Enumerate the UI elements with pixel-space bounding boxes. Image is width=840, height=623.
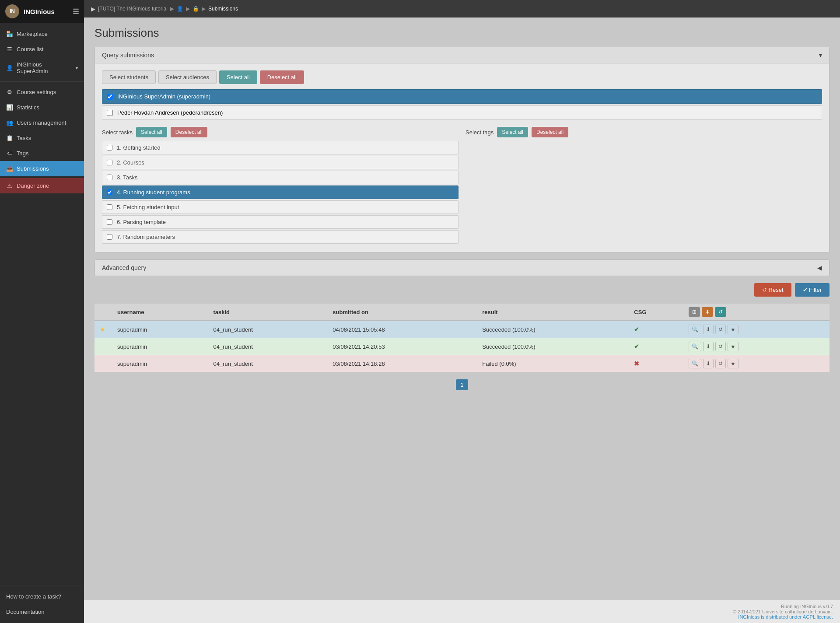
- row2-actions: 🔍 ⬇ ↺ ★: [683, 338, 830, 355]
- tags-icon: 🏷: [6, 150, 13, 157]
- row2-search-btn[interactable]: 🔍: [689, 342, 701, 351]
- sidebar-item-tasks[interactable]: 📋 Tasks: [0, 130, 84, 146]
- tab-select-audiences[interactable]: Select audiences: [158, 70, 217, 84]
- row2-username: superadmin: [112, 338, 208, 355]
- filter-button[interactable]: ✔ Filter: [795, 283, 830, 297]
- row3-download-btn[interactable]: ⬇: [703, 359, 714, 368]
- tab-select-students[interactable]: Select students: [102, 70, 156, 84]
- tasks-select-all-btn[interactable]: Select all: [136, 127, 167, 137]
- th-submitted-on: submitted on: [327, 304, 477, 321]
- breadcrumb-tutorial[interactable]: [TUTO] The INGInious tutorial: [98, 6, 168, 12]
- row2-refresh-btn[interactable]: ↺: [715, 342, 726, 351]
- row1-icon-group: 🔍 ⬇ ↺ ★: [689, 325, 824, 334]
- row2-download-btn[interactable]: ⬇: [703, 342, 714, 351]
- row1-submitted: 04/08/2021 15:05:48: [327, 321, 477, 338]
- tasks-deselect-all-btn[interactable]: Deselect all: [171, 127, 207, 137]
- task-checkbox-6[interactable]: [107, 219, 112, 225]
- query-submissions-header[interactable]: Query submissions ▾: [95, 47, 829, 63]
- sidebar-item-how-to-create[interactable]: How to create a task?: [0, 589, 84, 604]
- student-label-peder: Peder Hovdan Andresen (pederandresen): [117, 109, 223, 116]
- row3-refresh-btn[interactable]: ↺: [715, 359, 726, 368]
- task-checkbox-1[interactable]: [107, 145, 112, 150]
- student-row-superadmin[interactable]: INGInious SuperAdmin (superadmin): [102, 89, 822, 104]
- task-label-4: 4. Running student programs: [117, 189, 190, 196]
- breadcrumb-lock-icon[interactable]: 🔒: [192, 6, 199, 12]
- task-checkbox-5[interactable]: [107, 204, 112, 210]
- documentation-label: Documentation: [6, 609, 44, 615]
- task-checkbox-3[interactable]: [107, 175, 112, 180]
- task-label-2: 2. Courses: [117, 159, 144, 166]
- task-checkbox-2[interactable]: [107, 160, 112, 165]
- row3-star: [94, 355, 112, 372]
- row1-search-btn[interactable]: 🔍: [689, 325, 701, 334]
- row3-csg: ✖: [629, 355, 683, 372]
- sidebar-item-danger-zone[interactable]: ⚠ Danger zone: [0, 178, 84, 193]
- sidebar-item-submissions[interactable]: 📤 Submissions: [0, 161, 84, 176]
- sidebar-nav: 🏪 Marketplace ☰ Course list 👤 INGInious …: [0, 23, 84, 197]
- reset-button[interactable]: ↺ Reset: [754, 283, 791, 297]
- sidebar-header: IN INGInious ☰: [0, 0, 84, 23]
- row1-download-btn[interactable]: ⬇: [703, 325, 714, 334]
- header-grid-btn[interactable]: ⊞: [689, 307, 700, 317]
- row3-star-btn[interactable]: ★: [728, 359, 738, 368]
- row2-star: [94, 338, 112, 355]
- sidebar-item-course-settings[interactable]: ⚙ Course settings: [0, 84, 84, 100]
- footer-version: Running INGInious v.0.7: [91, 604, 833, 609]
- page-title: Submissions: [94, 26, 830, 40]
- task-checkbox-7[interactable]: [107, 234, 112, 240]
- task-label-6: 6. Parsing template: [117, 219, 166, 225]
- tags-deselect-all-btn[interactable]: Deselect all: [532, 127, 568, 137]
- task-label-3: 3. Tasks: [117, 174, 137, 181]
- page-1-btn[interactable]: 1: [456, 379, 468, 390]
- sidebar-item-documentation[interactable]: Documentation: [0, 604, 84, 620]
- row2-star-btn[interactable]: ★: [728, 342, 738, 351]
- student-checkbox-superadmin[interactable]: [107, 94, 113, 100]
- task-row-3[interactable]: 3. Tasks: [102, 171, 458, 184]
- collapse-icon: ▾: [819, 52, 822, 59]
- header-download-btn[interactable]: ⬇: [702, 307, 713, 317]
- student-checkbox-peder[interactable]: [107, 110, 113, 116]
- sidebar-item-marketplace[interactable]: 🏪 Marketplace: [0, 26, 84, 42]
- row1-taskid: 04_run_student: [208, 321, 327, 338]
- task-row-5[interactable]: 5. Fetching student input: [102, 200, 458, 214]
- sidebar-label-tasks: Tasks: [17, 135, 31, 141]
- sidebar-item-users-management[interactable]: 👥 Users management: [0, 115, 84, 130]
- tags-select-all-btn[interactable]: Select all: [497, 127, 528, 137]
- task-row-4[interactable]: 4. Running student programs: [102, 186, 458, 199]
- sidebar-item-statistics[interactable]: 📊 Statistics: [0, 100, 84, 115]
- task-label-1: 1. Getting started: [117, 144, 161, 151]
- footer-license-link[interactable]: INGInious is distributed under AGPL lice…: [738, 614, 833, 620]
- breadcrumb-arrow: ▶: [91, 6, 95, 12]
- task-row-6[interactable]: 6. Parsing template: [102, 215, 458, 229]
- row1-star-btn[interactable]: ★: [728, 325, 738, 334]
- student-row-peder[interactable]: Peder Hovdan Andresen (pederandresen): [102, 105, 822, 120]
- task-checkbox-4[interactable]: [107, 189, 112, 195]
- th-actions: ⊞ ⬇ ↺: [683, 304, 830, 321]
- marketplace-icon: 🏪: [6, 31, 13, 37]
- row3-search-btn[interactable]: 🔍: [689, 359, 701, 368]
- sidebar-item-tags[interactable]: 🏷 Tags: [0, 146, 84, 161]
- row3-taskid: 04_run_student: [208, 355, 327, 372]
- footer-license: INGInious is distributed under AGPL lice…: [91, 614, 833, 620]
- row3-result: Failed (0.0%): [477, 355, 629, 372]
- select-tags-label: Select tags: [466, 129, 494, 136]
- task-row-7[interactable]: 7. Random parameters: [102, 230, 458, 244]
- task-row-1[interactable]: 1. Getting started: [102, 141, 458, 154]
- advanced-query-card: Advanced query ◀: [94, 259, 830, 276]
- breadcrumb-user-icon[interactable]: 👤: [177, 6, 183, 12]
- tab-deselect-all-students[interactable]: Deselect all: [260, 70, 304, 84]
- tab-select-all-students[interactable]: Select all: [219, 70, 257, 84]
- cross-icon: ✖: [634, 360, 639, 367]
- row3-actions: 🔍 ⬇ ↺ ★: [683, 355, 830, 372]
- hamburger-icon[interactable]: ☰: [73, 7, 79, 16]
- table-row: superadmin 04_run_student 03/08/2021 14:…: [94, 338, 830, 355]
- sidebar-item-superadmin[interactable]: 👤 INGInious SuperAdmin ▾: [0, 57, 84, 79]
- header-refresh-btn[interactable]: ↺: [715, 307, 726, 317]
- task-row-2[interactable]: 2. Courses: [102, 156, 458, 169]
- advanced-query-header[interactable]: Advanced query ◀: [95, 260, 829, 276]
- tasks-section-header: Select tasks Select all Deselect all: [102, 127, 458, 137]
- row1-actions: 🔍 ⬇ ↺ ★: [683, 321, 830, 338]
- pagination: 1: [94, 379, 830, 390]
- row1-refresh-btn[interactable]: ↺: [715, 325, 726, 334]
- sidebar-item-course-list[interactable]: ☰ Course list: [0, 42, 84, 57]
